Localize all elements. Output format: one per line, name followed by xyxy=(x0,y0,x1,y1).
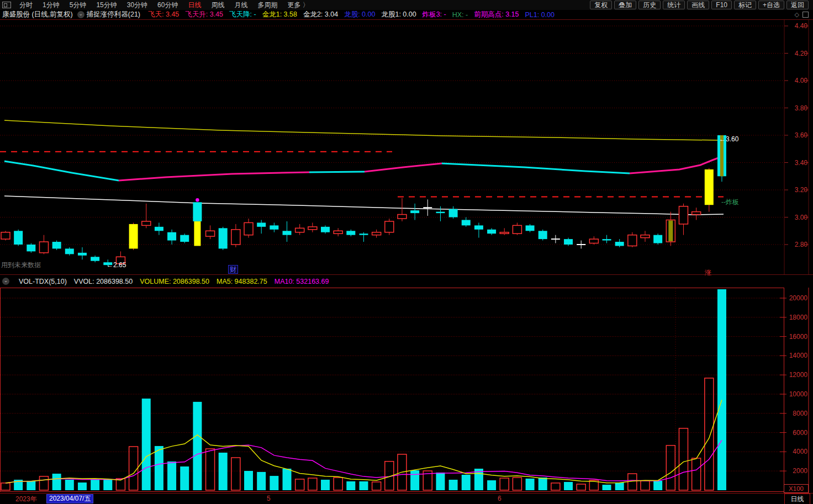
high-price-label: ←3.60 xyxy=(719,135,738,143)
action-button-2[interactable]: 叠加 xyxy=(614,1,636,9)
action-button-1[interactable]: 复权 xyxy=(590,1,612,9)
app-icon[interactable] xyxy=(2,2,11,8)
action-button-6[interactable]: F10 xyxy=(711,1,732,9)
price-tick-3.60: 3.60 xyxy=(785,131,807,139)
volume-header-part-2: VVOL: 2086398.50 xyxy=(74,278,133,285)
price-tick-4.00: 4.00 xyxy=(785,77,807,84)
volume-tick-10000: 10000 xyxy=(785,390,807,398)
month-label-5: 5 xyxy=(267,495,271,502)
indicator-field-金龙1: 金龙1: 3.58 xyxy=(262,10,297,19)
period-tab-10[interactable]: 多周期 xyxy=(252,1,282,10)
low-price-label: ←2.65 xyxy=(107,261,126,269)
volume-tick-18000: 18000 xyxy=(785,314,807,321)
year-label: 2023年 xyxy=(15,495,37,504)
period-label[interactable]: 日线 xyxy=(784,494,810,504)
volume-values: VOL-TDX(5,10)VVOL: 2086398.50VOLUME: 208… xyxy=(19,278,329,285)
indicator-field-炸板3: 炸板3: - xyxy=(423,10,446,19)
period-tab-4[interactable]: 15分钟 xyxy=(91,1,122,10)
indicator-field-龙股1: 龙股1: 0.00 xyxy=(381,10,416,19)
period-tab-9[interactable]: 月线 xyxy=(229,1,252,10)
main-chart[interactable] xyxy=(0,20,810,275)
indicator-name[interactable]: 捕捉涨停利器(21) xyxy=(87,10,140,19)
action-button-5[interactable]: 画线 xyxy=(687,1,709,9)
volume-tick-12000: 12000 xyxy=(785,371,807,379)
indicator-values: 飞天: 3.45飞天升: 3.45飞天降: -金龙1: 3.58金龙2: 3.0… xyxy=(148,10,555,19)
period-tab-1[interactable]: 分时 xyxy=(14,1,38,10)
volume-header-part-5: MA10: 532163.69 xyxy=(274,278,329,285)
period-tab-5[interactable]: 30分钟 xyxy=(122,1,152,10)
period-tab-7[interactable]: 日线 xyxy=(183,1,206,10)
volume-tick-4000: 4000 xyxy=(785,448,807,455)
indicator-field-飞天升: 飞天升: 3.45 xyxy=(185,10,223,19)
indicator-field-PL1: PL1: 0.00 xyxy=(525,11,555,19)
volume-header: VOL-TDX(5,10)VVOL: 2086398.50VOLUME: 208… xyxy=(0,275,784,287)
action-button-4[interactable]: 统计 xyxy=(663,1,685,9)
divider-mid xyxy=(0,274,813,275)
toolbar-actions: 复权叠加历史统计画线F10标记+自选返回 xyxy=(590,1,813,9)
price-tick-3.40: 3.40 xyxy=(785,159,807,167)
stock-title[interactable]: 康盛股份 (日线,前复权) xyxy=(2,10,73,19)
volume-tick-2000: 2000 xyxy=(785,467,807,475)
volume-header-part-3: VOLUME: 2086398.50 xyxy=(140,278,209,285)
volume-header-part-4: MA5: 948382.75 xyxy=(217,278,267,285)
action-button-3[interactable]: 历史 xyxy=(638,1,661,9)
period-tab-3[interactable]: 5分钟 xyxy=(65,1,92,10)
indicator-field-金龙2: 金龙2: 3.04 xyxy=(303,10,338,19)
action-button-8[interactable]: +自选 xyxy=(758,1,784,9)
tdx-window: 分时1分钟5分钟15分钟30分钟60分钟日线周线月线多周期更多 〉 复权叠加历史… xyxy=(0,0,813,504)
period-tab-8[interactable]: 周线 xyxy=(206,1,229,10)
indicator-field-龙股: 龙股: 0.00 xyxy=(344,10,375,19)
date-cursor[interactable]: 2023/04/07/五 xyxy=(46,494,93,503)
price-tick-4.20: 4.20 xyxy=(785,50,807,57)
price-tick-3.20: 3.20 xyxy=(785,186,807,194)
period-tab-11[interactable]: 更多 〉 xyxy=(282,1,314,10)
volume-header-part-1: VOL-TDX(5,10) xyxy=(19,278,67,285)
period-tab-6[interactable]: 60分钟 xyxy=(152,1,183,10)
volume-tick-14000: 14000 xyxy=(785,352,807,359)
toolbar: 分时1分钟5分钟15分钟30分钟60分钟日线周线月线多周期更多 〉 复权叠加历史… xyxy=(0,0,813,10)
price-tick-4.40: 4.40 xyxy=(785,22,807,30)
action-button-9[interactable]: 返回 xyxy=(786,1,809,9)
chevron-circle-icon[interactable] xyxy=(77,11,85,18)
indicator-field-飞天: 飞天: 3.45 xyxy=(148,10,179,19)
month-label-6: 6 xyxy=(498,495,501,502)
volume-tick-6000: 6000 xyxy=(785,429,807,437)
indicator-field-前期高点: 前期高点: 3.15 xyxy=(474,10,519,19)
volume-tick-16000: 16000 xyxy=(785,333,807,341)
price-tick-3.80: 3.80 xyxy=(785,104,807,112)
indicator-field-飞天降: 飞天降: - xyxy=(229,10,256,19)
zhaban-label: --炸板 xyxy=(721,198,739,206)
info-bar: 康盛股份 (日线,前复权) 捕捉涨停利器(21) 飞天: 3.45飞天升: 3.… xyxy=(0,10,813,19)
period-tab-2[interactable]: 1分钟 xyxy=(38,1,65,10)
diamond-icon[interactable]: ◇ xyxy=(795,11,799,18)
future-data-note: 用到未来数据 xyxy=(1,261,41,269)
window-icon[interactable] xyxy=(803,12,809,18)
period-menu: 分时1分钟5分钟15分钟30分钟60分钟日线周线月线多周期更多 〉 xyxy=(14,1,314,10)
volume-chart[interactable] xyxy=(0,288,810,493)
action-button-7[interactable]: 标记 xyxy=(734,1,756,9)
price-tick-3.00: 3.00 xyxy=(785,214,807,221)
cai-label: 财 xyxy=(228,265,238,274)
volume-unit: X100 xyxy=(784,484,809,493)
indicator-field-HX: HX: - xyxy=(452,11,468,19)
date-axis: 2023年 2023/04/07/五 56 日线 xyxy=(0,493,813,504)
volume-tick-8000: 8000 xyxy=(785,410,807,417)
chevron-circle-icon[interactable] xyxy=(2,278,9,285)
price-tick-2.80: 2.80 xyxy=(785,241,807,248)
volume-tick-20000: 20000 xyxy=(785,294,807,302)
